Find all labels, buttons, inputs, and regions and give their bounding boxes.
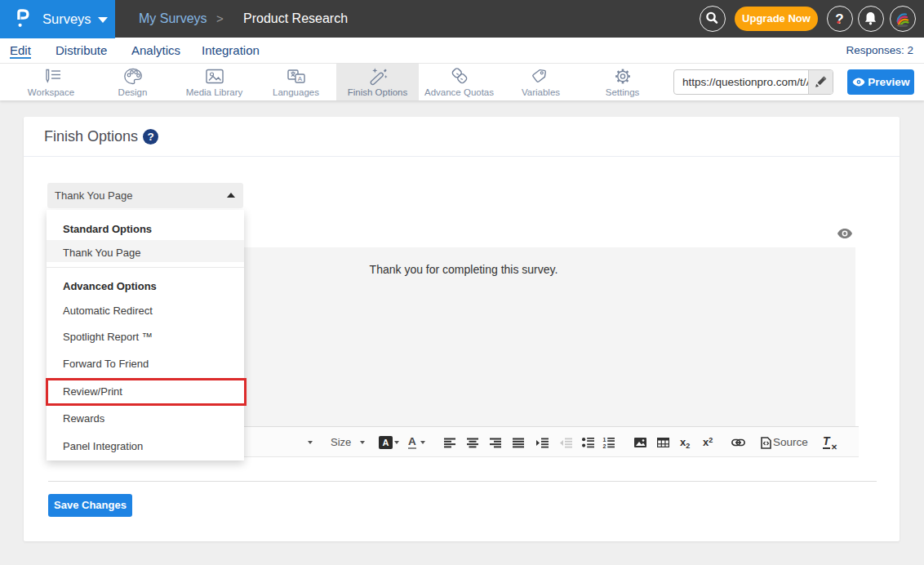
svg-text:1: 1 [602, 437, 606, 443]
svg-text:A: A [297, 75, 302, 82]
svg-text:2: 2 [602, 443, 606, 448]
svg-text:?: ? [835, 11, 843, 27]
